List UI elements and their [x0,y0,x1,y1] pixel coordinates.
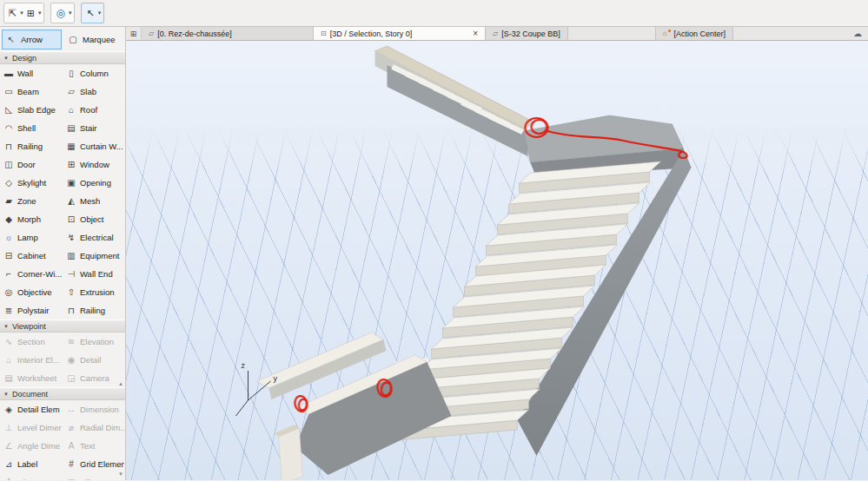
tool-icon: ▤ [65,123,77,133]
tool-item[interactable]: ⊟ Cabinet [0,247,63,265]
tool-item[interactable]: Δ Change [0,473,63,480]
tool-icon: ⌀ [65,423,77,432]
tool-item[interactable]: ◺ Slab Edge [0,101,63,119]
tool-label: Arrow [21,35,43,44]
tab[interactable]: ⌂ [Action Center] [655,27,733,40]
tool-item[interactable]: ↔ Dimension [63,400,125,418]
tool-item[interactable]: ↯ Electrical [63,228,125,247]
tab-overview-icon[interactable]: ⊞ [126,27,142,40]
tool-item[interactable]: ▰ Zone [0,192,63,210]
tool-item[interactable]: ⌐ Corner-Wi... [0,265,63,283]
tool-item[interactable]: ◆ Morph [0,210,63,228]
tool-label: Marquee [83,35,116,44]
tool-label: Curtain W... [80,142,123,151]
tool-icon: ▬ [3,69,15,78]
tool-item[interactable]: ◫ Door [0,155,63,174]
tool-item[interactable]: ▣ Opening [63,174,125,192]
tab-label: [0. Rez-de-chaussée] [157,30,232,38]
tool-item[interactable]: ▦ Curtain W... [63,137,125,155]
tool-item[interactable]: ▥ Equipment [63,247,125,265]
tool-icon: ⌂ [65,105,77,115]
tool-label: Elevation [80,337,114,346]
tool-item[interactable]: ⊣ Wall End [63,265,125,283]
tool-item[interactable]: ◲ Camera [63,369,125,387]
tool-item[interactable]: ⊓ Railing [0,137,63,155]
tool-item[interactable]: ◎ Objective [0,283,63,301]
markup-tool-icon[interactable]: ⇱ [6,4,19,22]
section-title: Design [12,54,36,63]
tool-icon: ◉ [65,355,77,365]
tool-item[interactable]: ⌂ Roof [63,101,125,119]
dropdown-caret-icon[interactable]: ▾ [37,4,43,22]
tool-item[interactable]: ▱ Slab [63,82,125,101]
tab-close-icon[interactable]: × [467,29,478,38]
tab-label: [S-32 Coupe BB] [501,30,560,38]
cloud-sync-icon[interactable]: ☁ [853,29,862,38]
tool-item[interactable]: ▬ Wall [0,64,63,82]
tool-item[interactable]: ☼ Lamp [0,228,63,247]
tool-item[interactable]: ▨ Fill [63,473,125,480]
arrow-cursor-icon[interactable]: ↖ [83,4,96,22]
tool-icon: ⊟ [3,251,15,260]
tool-icon: ▦ [65,142,77,151]
section-header-viewpoint[interactable]: ▼ Viewpoint [0,320,125,333]
tool-label: Railing [17,142,43,151]
tool-icon: ▥ [65,251,77,260]
section-title: Viewpoint [12,322,46,331]
tool-item[interactable]: ∿ Section [0,333,63,351]
section-title: Document [12,390,48,399]
tool-item[interactable]: ⇧ Extrusion [63,283,125,301]
tool-item[interactable]: ▯ Column [63,64,125,82]
tool-item[interactable]: ◠ Shell [0,119,63,137]
tool-label: Worksheet [17,373,56,383]
tab[interactable]: ▱ [0. Rez-de-chaussée] [142,27,314,40]
dropdown-caret-icon[interactable]: ▾ [97,4,103,22]
collapse-arrow-icon: ▼ [3,56,9,61]
tool-icon: ⊥ [3,423,15,432]
design-tool-grid: ▬ Wall ▯ Column ▭ Beam ▱ Slab ◺ [0,64,125,320]
tool-item[interactable]: ▤ Stair [63,119,125,137]
select-tool-button[interactable]: ▢ Marquee [63,30,123,49]
3d-viewport[interactable]: z y [126,41,868,480]
tool-icon: ◺ [3,105,15,115]
tool-label: Morph [17,214,41,224]
target-icon[interactable]: ◎ [53,4,67,22]
tool-item[interactable]: # Grid Elemer [63,455,125,473]
select-tool-button[interactable]: ↖ Arrow [2,30,62,49]
section-header-document[interactable]: ▼ Document [0,387,125,400]
tool-item[interactable]: ≣ Polystair [0,301,63,320]
tool-label: Text [80,441,95,451]
tool-item[interactable]: ▤ Worksheet [0,369,63,387]
tool-icon: ⊣ [65,269,77,279]
scrollbar-up-arrow[interactable]: ▲ [118,381,123,386]
tool-label: Cabinet [17,251,46,260]
tool-item[interactable]: ⌂ Interior El... [0,351,63,369]
section-design: ▼ Design ▬ Wall ▯ Column ▭ Beam [0,51,125,320]
dropdown-caret-icon[interactable]: ▾ [68,4,73,22]
tab-label: [3D / Selection, Story 0] [330,30,413,38]
tab[interactable]: ▱ [S-32 Coupe BB] [486,27,568,40]
tool-item[interactable]: ≋ Elevation [63,333,125,351]
tool-icon: A [65,441,77,451]
tab[interactable]: ⊡ [3D / Selection, Story 0] × [314,27,486,40]
tool-item[interactable]: ⊓ Railing [63,301,125,320]
tool-item[interactable]: ⌀ Radial Dim... [63,418,125,437]
options-icon[interactable]: ⊞ [24,4,37,22]
section-header-design[interactable]: ▼ Design [0,51,125,64]
tool-item[interactable]: ⊞ Window [63,155,125,174]
tool-item[interactable]: ⊡ Object [63,210,125,228]
tool-item[interactable]: ◇ Skylight [0,174,63,192]
tab-icon: ▱ [493,30,498,37]
tool-label: Change [17,478,46,480]
tool-item[interactable]: ◭ Mesh [63,192,125,210]
tool-item[interactable]: ▭ Beam [0,82,63,101]
tool-item[interactable]: A Text [63,437,125,455]
tool-item[interactable]: ⊿ Label [0,455,63,473]
scrollbar-down-arrow[interactable]: ▼ [118,471,123,477]
tool-icon: ∠ [3,441,15,451]
tool-item[interactable]: ⊥ Level Dimer [0,418,63,437]
tool-item[interactable]: ◉ Detail [63,351,125,369]
tool-item[interactable]: ∠ Angle Dime [0,437,63,455]
tool-item[interactable]: ◈ Detail Elem [0,400,63,418]
tool-label: Level Dimer [17,423,62,432]
